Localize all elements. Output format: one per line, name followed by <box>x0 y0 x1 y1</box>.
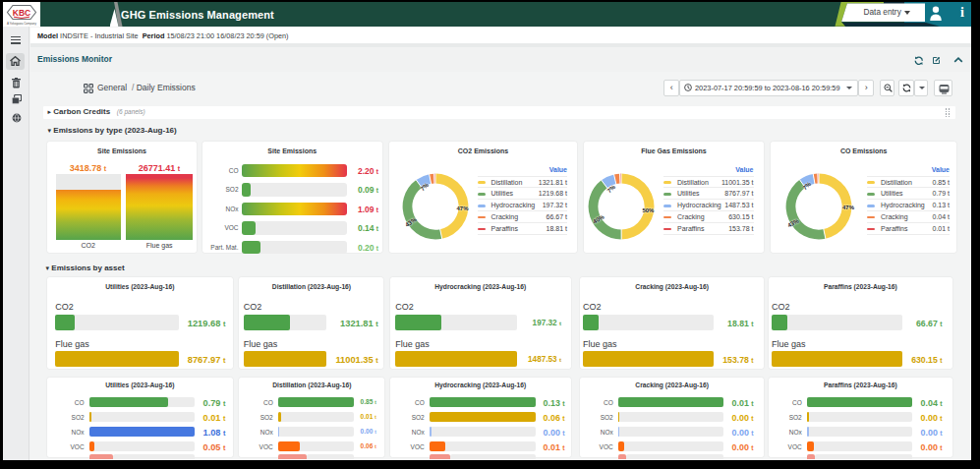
svg-text:A Yokogawa Company: A Yokogawa Company <box>7 22 37 26</box>
svg-text:KBC: KBC <box>13 8 30 18</box>
